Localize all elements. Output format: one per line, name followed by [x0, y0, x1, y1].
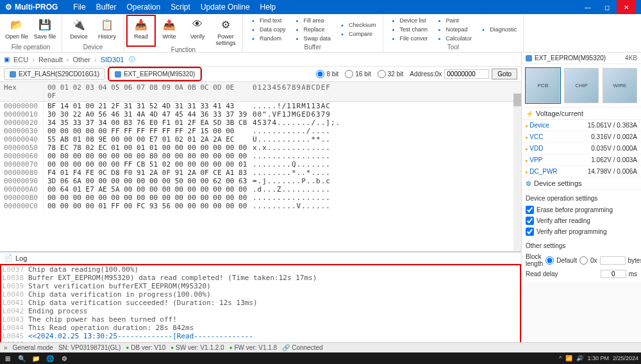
- tool-notepad[interactable]: ▪Notepad: [436, 26, 472, 33]
- thumb-3[interactable]: WIRE: [603, 68, 637, 103]
- open-file-button[interactable]: 📂Open file: [3, 15, 31, 44]
- log-line: L0040Chip data verification in progress(…: [0, 290, 521, 299]
- hex-row[interactable]: 0000007000 00 00 00 00 00 FF CB 51 02 00…: [0, 160, 521, 169]
- breadcrumb-other[interactable]: Other: [71, 56, 94, 63]
- goto-button[interactable]: Goto: [492, 69, 517, 79]
- tool-test-chann[interactable]: ▪Test chann: [390, 26, 428, 33]
- hex-row[interactable]: 00000080F4 01 F4 FE 0C D8 F0 91 2A 0F 91…: [0, 169, 521, 177]
- log-line: L0037Chip data reading(100.00%): [0, 265, 521, 274]
- task-chrome[interactable]: 🌐: [45, 353, 55, 363]
- search-icon[interactable]: 🔍: [17, 353, 27, 363]
- save-file-button[interactable]: 💾Save file: [31, 15, 59, 44]
- vc-row-vcc[interactable]: VCC0.316V / 0.002A: [522, 131, 641, 143]
- verify-icon: 👁: [190, 17, 205, 32]
- read-button[interactable]: 📥Read: [127, 15, 155, 46]
- tool-file-conver[interactable]: ▪File conver: [390, 35, 428, 42]
- hex-row[interactable]: 00000000BF 14 01 00 21 2F 31 31 52 4D 31…: [0, 102, 521, 110]
- tray-time[interactable]: 1:30 PM: [587, 355, 609, 361]
- read-delay-input[interactable]: [601, 270, 626, 278]
- tool-fill-area[interactable]: ▪Fill area: [294, 17, 331, 24]
- breadcrumb-renault[interactable]: Renault: [36, 56, 65, 63]
- minimize-button[interactable]: —: [578, 0, 597, 14]
- hex-row[interactable]: 000000C000 00 00 00 01 FF 00 FC 93 56 00…: [0, 202, 521, 210]
- start-button[interactable]: ⊞: [3, 353, 13, 363]
- tool-swap-data[interactable]: ▪Swap data: [294, 35, 331, 42]
- hex-row[interactable]: 0000001030 30 22 A0 56 46 31 4A 4D 47 45…: [0, 110, 521, 119]
- vc-row-vpp[interactable]: VPP1.062V / 0.003A: [522, 154, 641, 166]
- menu-buffer[interactable]: Buffer: [96, 3, 117, 12]
- tool-checksum[interactable]: ▪Checksum: [338, 21, 376, 29]
- tab-ext-eeprom[interactable]: EXT_EEPROM(M95320): [109, 68, 201, 80]
- log-panel: 📄 Log L0037Chip data reading(100.00%)L00…: [0, 251, 521, 347]
- device-icon: 🔌: [71, 17, 87, 32]
- tool-replace[interactable]: ▪Replace: [294, 26, 331, 33]
- tray-date[interactable]: 2/25/2024: [613, 355, 638, 361]
- block-default-radio[interactable]: Default: [545, 255, 577, 266]
- window-buttons: — ◻ ✕: [578, 0, 636, 14]
- hex-row[interactable]: 0000002034 35 33 37 34 00 B3 76 E0 F1 01…: [0, 119, 521, 127]
- task-explorer[interactable]: 📁: [31, 353, 41, 363]
- hex-row[interactable]: 0000004055 AB 01 08 9E 00 00 00 E7 01 02…: [0, 135, 521, 144]
- checkbox-erase-before-programming[interactable]: Erase before programming: [526, 204, 637, 215]
- bullet-icon: ▪: [436, 17, 444, 24]
- vc-row-device[interactable]: Device15.061V / 0.383A: [522, 120, 641, 131]
- verify-button[interactable]: 👁Verify: [183, 15, 212, 46]
- tool-device-list[interactable]: ▪Device list: [390, 17, 428, 24]
- system-tray: ^ 📶 🔊 1:30 PM 2/25/2024: [559, 355, 638, 361]
- vc-row-vdd[interactable]: VDD0.035V / 0.000A: [522, 143, 641, 154]
- block-length-input[interactable]: [600, 256, 626, 265]
- task-app[interactable]: ⚙: [59, 353, 69, 363]
- checkbox-verify-after-programming[interactable]: Verify after programming: [526, 226, 637, 237]
- address-input[interactable]: [444, 69, 489, 79]
- status-sw: ● SW ver: V1.1.2.0: [171, 344, 224, 351]
- radio-32bit[interactable]: 32 bit: [378, 70, 403, 78]
- log-icon: 📄: [4, 254, 13, 262]
- hex-row[interactable]: 000000A000 64 01 E7 AE 5A 00 00 00 00 00…: [0, 185, 521, 194]
- hex-scrollbar[interactable]: [513, 94, 521, 251]
- breadcrumb-sid301[interactable]: SID301: [98, 56, 127, 63]
- power-settings-button[interactable]: ⚙Power settings: [212, 15, 240, 46]
- thumb-2[interactable]: CHIP: [564, 68, 599, 103]
- tab-ext-flash[interactable]: EXT_FLASH(S29CD016G1): [4, 68, 105, 80]
- hex-header-bytes: 00 01 02 03 04 05 06 07 08 09 0A 0B 0C 0…: [44, 82, 249, 101]
- hex-row[interactable]: 000000B000 00 00 00 00 00 00 00 00 00 00…: [0, 194, 521, 202]
- tool-random[interactable]: ▪Random: [249, 35, 286, 42]
- menu-file[interactable]: File: [73, 3, 85, 12]
- info-icon[interactable]: ⓘ: [129, 55, 135, 64]
- block-0x-radio[interactable]: 0x: [579, 255, 597, 266]
- tool-calculator[interactable]: ▪Calculator: [436, 35, 472, 42]
- tool-diagnostic[interactable]: ▪Diagnostic: [479, 26, 517, 33]
- hex-row[interactable]: 0000006000 00 00 00 00 00 00 00 80 00 00…: [0, 152, 521, 160]
- tool-find-text[interactable]: ▪Find text: [249, 17, 286, 24]
- breadcrumb-ecu[interactable]: ECU: [11, 56, 31, 63]
- hex-row[interactable]: 000000903D 06 6A 00 00 00 00 00 00 00 50…: [0, 177, 521, 185]
- menu-script[interactable]: Script: [171, 3, 190, 12]
- bullet-icon: ▪: [390, 35, 397, 42]
- vc-row-dc_pwr[interactable]: DC_PWR14.798V / 0.006A: [522, 166, 641, 178]
- close-button[interactable]: ✕: [617, 0, 636, 14]
- tool-paint[interactable]: ▪Paint: [436, 17, 472, 24]
- thumb-1[interactable]: PCB: [526, 68, 560, 103]
- device-button[interactable]: 🔌Device: [65, 15, 93, 44]
- tray-volume-icon[interactable]: 🔊: [576, 355, 583, 361]
- hex-row[interactable]: 0000003000 00 00 00 00 FF FF FF FF FF FF…: [0, 127, 521, 135]
- hex-row[interactable]: 0000005078 EC 78 02 EC 01 00 01 01 00 00…: [0, 144, 521, 152]
- menu-operation[interactable]: Operation: [126, 3, 160, 12]
- radio-8bit[interactable]: 8 bit: [316, 70, 338, 78]
- hex-editor[interactable]: Hex 00 01 02 03 04 05 06 07 08 09 0A 0B …: [0, 82, 521, 251]
- radio-16bit[interactable]: 16 bit: [345, 70, 370, 78]
- tool-data-copy[interactable]: ▪Data copy: [249, 26, 286, 33]
- tray-up-icon[interactable]: ^: [559, 355, 562, 361]
- read-icon: 📥: [133, 17, 149, 32]
- history-button[interactable]: 📋History: [93, 15, 121, 44]
- menu-update-online[interactable]: Update Online: [201, 3, 250, 12]
- maximize-button[interactable]: ◻: [597, 0, 617, 14]
- log-body[interactable]: L0037Chip data reading(100.00%)L0038Buff…: [0, 264, 521, 347]
- bit-width-selector: 8 bit 16 bit 32 bit Address:0x Goto: [316, 69, 517, 79]
- checkbox-verify-after-reading[interactable]: Verify after reading: [526, 215, 637, 226]
- write-button[interactable]: 📤Write: [155, 15, 183, 46]
- menu-help[interactable]: Help: [260, 3, 276, 12]
- tool-compare[interactable]: ▪Compare: [338, 30, 376, 38]
- expand-icon[interactable]: »: [4, 344, 8, 351]
- tray-wifi-icon[interactable]: 📶: [565, 355, 572, 361]
